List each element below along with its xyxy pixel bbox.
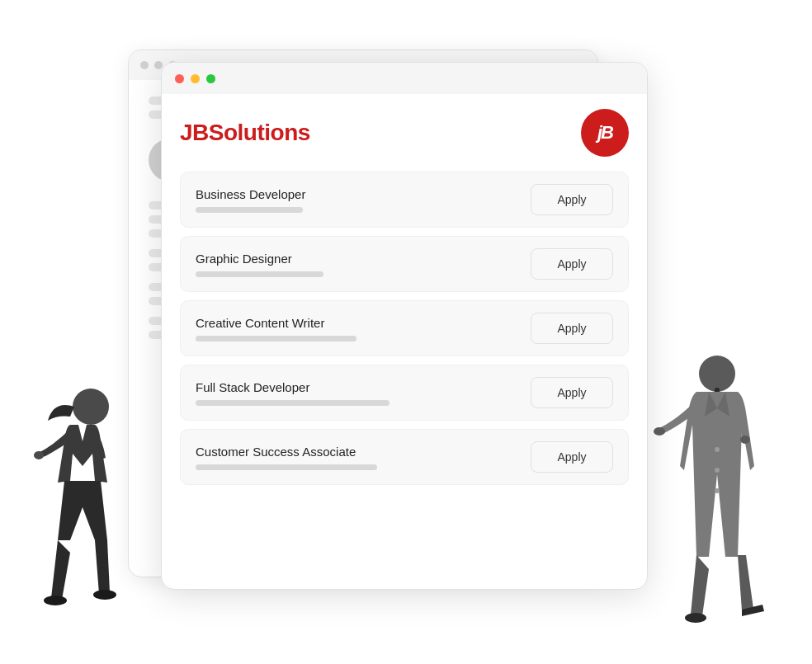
job-info-5: Customer Success Associate (196, 445, 377, 470)
svg-point-0 (73, 389, 109, 425)
job-title-5: Customer Success Associate (196, 445, 377, 459)
svg-point-8 (715, 447, 720, 452)
main-card-titlebar (162, 63, 647, 94)
apply-button-5[interactable]: Apply (531, 441, 613, 473)
job-title-4: Full Stack Developer (196, 380, 389, 394)
job-line-5 (196, 464, 377, 470)
job-info-3: Creative Content Writer (196, 316, 356, 341)
person-left-svg (17, 375, 149, 656)
job-line-2 (196, 271, 323, 277)
job-row-5: Customer Success Associate Apply (180, 429, 629, 485)
job-row-3: Creative Content Writer Apply (180, 300, 629, 356)
main-card: JBSolutions jB Business Developer Apply … (161, 62, 648, 590)
svg-point-3 (93, 590, 116, 600)
apply-button-4[interactable]: Apply (531, 377, 613, 408)
job-line-4 (196, 400, 389, 406)
svg-point-7 (685, 613, 706, 623)
brand-logo: jB (581, 109, 629, 157)
svg-point-4 (699, 356, 735, 392)
person-right (643, 342, 791, 656)
bg-dot-1 (140, 61, 149, 69)
scene: JBSolutions jB Business Developer Apply … (0, 0, 812, 664)
titlebar-dot-yellow (191, 74, 200, 83)
person-left (17, 375, 149, 656)
svg-point-6 (740, 436, 750, 444)
titlebar-dot-red (175, 74, 184, 83)
apply-button-1[interactable]: Apply (531, 184, 613, 215)
svg-point-10 (715, 488, 720, 493)
job-info-2: Graphic Designer (196, 252, 323, 277)
person-right-svg (643, 342, 791, 656)
brand-title: JBSolutions (180, 120, 310, 146)
job-title-1: Business Developer (196, 187, 305, 201)
main-card-body: JBSolutions jB Business Developer Apply … (162, 94, 647, 508)
svg-point-1 (34, 451, 44, 459)
svg-point-5 (654, 427, 665, 436)
job-info-4: Full Stack Developer (196, 380, 389, 406)
brand-logo-text: jB (597, 122, 612, 144)
job-line-3 (196, 336, 356, 341)
job-row-2: Graphic Designer Apply (180, 236, 629, 292)
bg-dot-2 (154, 61, 163, 69)
apply-button-3[interactable]: Apply (531, 313, 613, 344)
job-info-1: Business Developer (196, 187, 305, 213)
job-title-3: Creative Content Writer (196, 316, 356, 330)
job-row-4: Full Stack Developer Apply (180, 365, 629, 421)
svg-point-2 (44, 596, 67, 605)
job-row-1: Business Developer Apply (180, 172, 629, 228)
titlebar-dot-green (206, 74, 215, 83)
job-line-1 (196, 207, 303, 213)
job-title-2: Graphic Designer (196, 252, 323, 266)
header-row: JBSolutions jB (180, 109, 629, 157)
svg-point-9 (715, 468, 720, 473)
apply-button-2[interactable]: Apply (531, 248, 613, 280)
